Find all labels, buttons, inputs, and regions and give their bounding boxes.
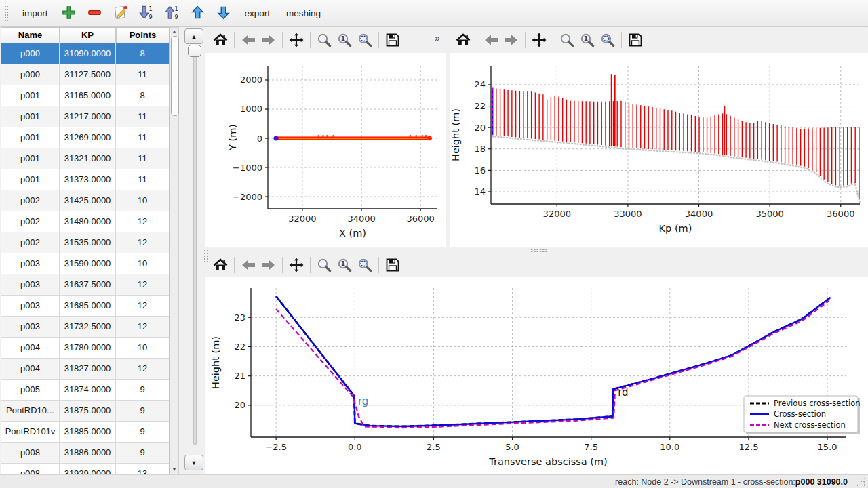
pan-icon-button[interactable]: [529, 30, 549, 50]
back-icon-button[interactable]: [481, 30, 501, 50]
cell-name: p001: [1, 85, 59, 106]
table-row[interactable]: p00131269.000011: [1, 127, 169, 148]
svg-text:−2000: −2000: [233, 192, 262, 202]
column-header-name[interactable]: Name: [1, 28, 59, 43]
zoom-original-icon-button[interactable]: 1: [334, 255, 355, 275]
cell-points: 11: [116, 169, 169, 190]
home-icon-button[interactable]: [210, 30, 231, 50]
zoom-original-icon-button[interactable]: 1: [334, 30, 355, 50]
zoom-icon-button[interactable]: [557, 30, 577, 50]
svg-text:14: 14: [474, 186, 486, 197]
table-row[interactable]: p00131373.000011: [1, 169, 169, 190]
home-icon-button[interactable]: [210, 255, 231, 275]
cell-points: 11: [116, 148, 169, 169]
zoom-region-icon-button[interactable]: [597, 30, 618, 50]
back-icon-button[interactable]: [238, 30, 258, 50]
zoom-original-icon-button[interactable]: 1: [577, 30, 597, 50]
cell-kp: 31217.0000: [59, 106, 116, 127]
move-up-button[interactable]: [186, 3, 210, 24]
add-icon: [61, 5, 77, 22]
scroll-up-icon[interactable]: ▲: [170, 28, 178, 35]
table-row[interactable]: p00231535.000012: [1, 232, 169, 253]
column-header-points[interactable]: Points: [116, 28, 169, 43]
section-slider-handle[interactable]: [188, 45, 201, 57]
svg-text:23: 23: [234, 312, 245, 323]
longitudinal-profile-chart[interactable]: 3200033000340003500036000141618202224Kp …: [450, 53, 868, 247]
column-header-kp[interactable]: KP: [59, 28, 116, 43]
cell-name: PontRD101v: [1, 422, 59, 442]
table-scrollbar-thumb[interactable]: [171, 36, 179, 116]
export-button[interactable]: export: [237, 5, 278, 22]
cell-name: p004: [1, 359, 59, 379]
bottom-pane-grip[interactable]: [203, 249, 208, 264]
table-row[interactable]: p00531874.00009: [1, 380, 169, 401]
svg-text:10.0: 10.0: [660, 442, 679, 452]
section-slider-track[interactable]: [193, 50, 197, 445]
zoom-icon-button[interactable]: [314, 30, 334, 50]
app-toolbar: import 19 19 export meshing: [0, 0, 868, 27]
toolbar-separator: [310, 257, 311, 273]
meshing-button[interactable]: meshing: [279, 5, 328, 22]
cell-points: 9: [116, 443, 169, 463]
section-down-button[interactable]: ▼: [184, 455, 203, 470]
table-row[interactable]: p00231480.000012: [1, 211, 169, 232]
edit-cross-section-button[interactable]: [108, 3, 133, 24]
cross-section-chart[interactable]: rgrdPrevious cross-sectionCross-sectionN…: [205, 277, 868, 474]
toolbar-grip[interactable]: [4, 5, 8, 22]
save-icon-button[interactable]: [625, 30, 646, 50]
table-scrollbar[interactable]: ▲ ▼: [170, 27, 179, 474]
table-row[interactable]: p00331637.500012: [1, 274, 169, 296]
cell-name: p003: [1, 296, 59, 316]
zoom-region-icon-button[interactable]: [355, 30, 375, 50]
import-button[interactable]: import: [15, 5, 56, 22]
svg-text:Y (m): Y (m): [227, 124, 238, 151]
sort-descending-button[interactable]: 19: [134, 3, 159, 24]
cell-kp: 31373.0000: [59, 169, 116, 190]
cell-points: 9: [116, 422, 169, 442]
table-row[interactable]: p00031127.500011: [1, 64, 169, 85]
home-icon-button[interactable]: [453, 30, 473, 50]
table-row[interactable]: p00431827.000012: [1, 359, 169, 380]
zoom-icon-button[interactable]: [314, 255, 334, 275]
plan-view-chart[interactable]: 320003400036000−2000−1000010002000X (m)Y…: [205, 53, 446, 247]
forward-icon-button[interactable]: [501, 30, 521, 50]
forward-icon-button[interactable]: [258, 30, 279, 50]
table-row[interactable]: p00031090.00008: [1, 43, 169, 64]
save-icon-button[interactable]: [382, 30, 403, 50]
save-icon-button[interactable]: [382, 255, 403, 275]
table-row[interactable]: p00131165.00008: [1, 85, 169, 106]
add-cross-section-button[interactable]: [57, 3, 81, 24]
table-row[interactable]: p00831886.00009: [1, 443, 169, 464]
table-row[interactable]: PontRD101v31885.00009: [1, 422, 169, 443]
svg-text:34000: 34000: [685, 209, 713, 219]
table-row[interactable]: p00131321.000011: [1, 148, 169, 169]
toolbar-separator: [621, 32, 622, 48]
cell-points: 8: [116, 43, 169, 64]
table-row[interactable]: PontRD10...31875.00009: [1, 401, 169, 422]
horizontal-splitter-handle[interactable]: [530, 248, 548, 252]
table-row[interactable]: p00831929.000013: [1, 464, 169, 474]
cell-name: p000: [1, 64, 59, 85]
back-icon-button[interactable]: [238, 255, 258, 275]
table-row[interactable]: p00331590.000010: [1, 253, 169, 274]
toolbar-overflow-chevron[interactable]: »: [435, 33, 440, 43]
pan-icon-button[interactable]: [286, 30, 307, 50]
table-row[interactable]: p00231425.000010: [1, 190, 169, 211]
table-row[interactable]: p00331685.000012: [1, 296, 169, 317]
pan-icon-button[interactable]: [286, 255, 307, 275]
profile-plot-toolbar: 1: [453, 28, 646, 52]
sort-ascending-button[interactable]: 19: [160, 3, 184, 24]
scroll-down-icon[interactable]: ▼: [170, 466, 178, 473]
table-row[interactable]: p00131217.000011: [1, 106, 169, 127]
remove-cross-section-button[interactable]: [83, 3, 107, 24]
svg-text:36000: 36000: [827, 209, 854, 219]
section-up-button[interactable]: ▲: [184, 28, 203, 44]
forward-icon-button[interactable]: [258, 255, 279, 275]
svg-text:Next cross-section: Next cross-section: [774, 420, 846, 430]
cell-kp: 31780.0000: [59, 338, 116, 358]
move-down-button[interactable]: [212, 3, 236, 24]
table-row[interactable]: p00331732.500012: [1, 317, 169, 338]
zoom-region-icon-button[interactable]: [355, 255, 375, 275]
table-row[interactable]: p00431780.000010: [1, 338, 169, 359]
svg-text:18: 18: [474, 144, 486, 154]
